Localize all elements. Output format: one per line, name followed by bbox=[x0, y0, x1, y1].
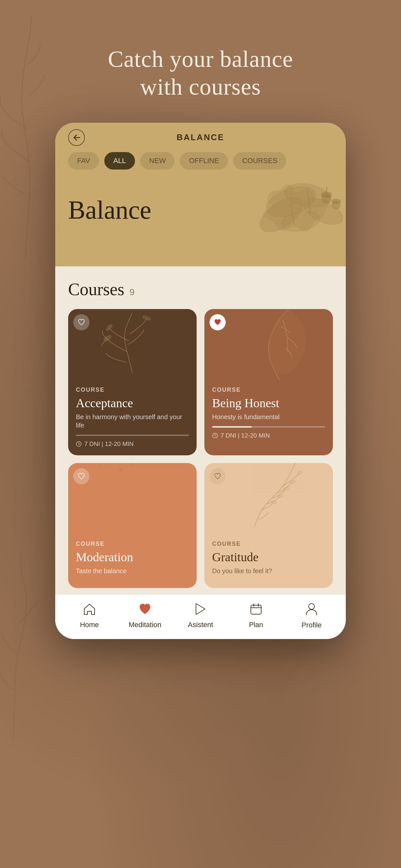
filter-tab-courses[interactable]: COURSES bbox=[233, 152, 286, 169]
filter-tab-offline[interactable]: OFFLINE bbox=[180, 152, 228, 169]
courses-count: 9 bbox=[129, 287, 135, 298]
svg-point-23 bbox=[309, 603, 314, 609]
hero-section: Catch your balance with courses bbox=[0, 45, 401, 101]
card-body-moderation: COURSE Moderation Taste the balance bbox=[68, 534, 197, 588]
progress-bar-being-honest bbox=[212, 426, 325, 428]
course-card-gratitude[interactable]: COURSE Gratitude Do you like to feel it? bbox=[204, 463, 333, 588]
nav-bar: BALANCE bbox=[55, 123, 346, 149]
courses-header: Courses 9 bbox=[68, 279, 333, 299]
card-meta-acceptance: 7 DNI | 12-20 MIN bbox=[76, 440, 189, 447]
card-illustration-being-honest bbox=[204, 309, 333, 380]
card-label-moderation: COURSE bbox=[76, 540, 189, 547]
nav-label-asistent: Asistent bbox=[188, 621, 213, 629]
card-description-moderation: Taste the balance bbox=[76, 567, 189, 575]
courses-grid: COURSE Acceptance Be in harmony with you… bbox=[68, 309, 333, 588]
card-name-being-honest: Being Honest bbox=[212, 397, 325, 410]
course-card-acceptance[interactable]: COURSE Acceptance Be in harmony with you… bbox=[68, 309, 197, 455]
card-meta-being-honest: 7 DNI | 12-20 MIN bbox=[212, 432, 325, 439]
card-body-being-honest: COURSE Being Honest Honesty is fundament… bbox=[204, 380, 333, 447]
card-name-moderation: Moderation bbox=[76, 551, 189, 564]
screen-title: BALANCE bbox=[177, 132, 224, 143]
course-card-moderation[interactable]: COURSE Moderation Taste the balance bbox=[68, 463, 197, 588]
nav-item-meditation[interactable]: Meditation bbox=[126, 603, 164, 629]
course-card-being-honest[interactable]: COURSE Being Honest Honesty is fundament… bbox=[204, 309, 333, 455]
courses-section: Courses 9 bbox=[55, 267, 346, 594]
hero-title: Catch your balance with courses bbox=[0, 45, 401, 101]
home-icon bbox=[83, 603, 96, 617]
card-label-acceptance: COURSE bbox=[76, 386, 189, 393]
bottom-navigation: Home Meditation Asistent bbox=[55, 594, 346, 639]
balance-title: Balance bbox=[68, 195, 151, 225]
calendar-icon bbox=[250, 603, 262, 617]
svg-point-9 bbox=[103, 334, 112, 342]
phone-mockup: BALANCE FAV ALL NEW OFFLINE COURSES Bala… bbox=[55, 123, 346, 639]
svg-point-20 bbox=[277, 494, 283, 498]
card-name-acceptance: Acceptance bbox=[76, 397, 189, 410]
progress-fill-being-honest bbox=[212, 426, 252, 428]
person-icon bbox=[306, 602, 317, 618]
svg-point-6 bbox=[321, 192, 332, 197]
nav-item-home[interactable]: Home bbox=[70, 603, 109, 629]
svg-point-21 bbox=[271, 500, 277, 504]
favorite-button-acceptance[interactable] bbox=[73, 314, 89, 330]
balance-hero-section: Balance bbox=[55, 176, 346, 267]
svg-rect-22 bbox=[251, 605, 261, 614]
nav-label-home: Home bbox=[80, 621, 99, 629]
filter-tab-new[interactable]: NEW bbox=[140, 152, 175, 169]
filter-tab-fav[interactable]: FAV bbox=[68, 152, 99, 169]
heart-icon bbox=[138, 603, 151, 617]
nav-label-plan: Plan bbox=[249, 621, 263, 629]
filter-tab-all[interactable]: ALL bbox=[104, 152, 135, 169]
svg-point-16 bbox=[119, 468, 122, 471]
card-label-gratitude: COURSE bbox=[212, 540, 325, 547]
card-illustration-gratitude bbox=[204, 463, 333, 534]
botanical-illustration bbox=[226, 169, 346, 267]
nav-label-meditation: Meditation bbox=[128, 621, 161, 629]
favorite-button-being-honest[interactable] bbox=[210, 314, 226, 330]
app-header: BALANCE FAV ALL NEW OFFLINE COURSES Bala… bbox=[55, 123, 346, 267]
svg-point-11 bbox=[142, 315, 151, 321]
svg-point-8 bbox=[332, 199, 341, 204]
card-body-gratitude: COURSE Gratitude Do you like to feel it? bbox=[204, 534, 333, 588]
courses-title: Courses bbox=[68, 279, 124, 299]
nav-label-profile: Profile bbox=[302, 621, 321, 629]
svg-point-15 bbox=[99, 464, 102, 468]
card-description-gratitude: Do you like to feel it? bbox=[212, 567, 325, 575]
card-name-gratitude: Gratitude bbox=[212, 551, 325, 564]
back-button[interactable] bbox=[68, 129, 85, 146]
favorite-button-gratitude[interactable] bbox=[210, 468, 226, 485]
svg-point-18 bbox=[289, 479, 296, 484]
favorite-button-moderation[interactable] bbox=[73, 468, 89, 485]
card-illustration-moderation bbox=[68, 463, 197, 534]
card-label-being-honest: COURSE bbox=[212, 386, 325, 393]
nav-item-plan[interactable]: Plan bbox=[237, 603, 275, 629]
svg-point-14 bbox=[130, 463, 134, 467]
card-illustration-acceptance bbox=[68, 309, 197, 380]
svg-point-19 bbox=[283, 487, 289, 491]
progress-bar-acceptance bbox=[76, 435, 189, 436]
svg-point-10 bbox=[105, 323, 113, 332]
card-body-acceptance: COURSE Acceptance Be in harmony with you… bbox=[68, 380, 197, 455]
svg-point-17 bbox=[297, 470, 303, 475]
card-description-being-honest: Honesty is fundamental bbox=[212, 413, 325, 421]
nav-item-profile[interactable]: Profile bbox=[292, 602, 331, 629]
play-icon bbox=[195, 603, 206, 617]
nav-item-asistent[interactable]: Asistent bbox=[181, 603, 220, 629]
card-description-acceptance: Be in harmony with yourself and your lif… bbox=[76, 413, 189, 430]
